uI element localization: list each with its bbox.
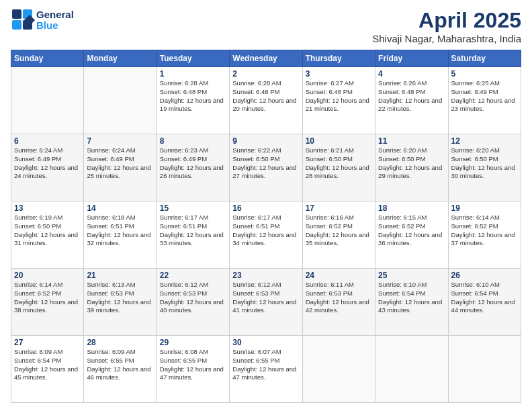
- calendar-cell: 16Sunrise: 6:17 AMSunset: 6:51 PMDayligh…: [230, 201, 302, 269]
- day-header-tuesday: Tuesday: [157, 50, 229, 67]
- day-number: 21: [87, 271, 153, 280]
- day-number: 13: [14, 203, 81, 213]
- calendar-cell: 26Sunrise: 6:10 AMSunset: 6:54 PMDayligh…: [448, 269, 521, 336]
- cell-info: Sunrise: 6:14 AMSunset: 6:52 PMDaylight:…: [14, 281, 81, 315]
- cell-info: Sunrise: 6:15 AMSunset: 6:52 PMDaylight:…: [378, 214, 445, 248]
- calendar-cell: 25Sunrise: 6:10 AMSunset: 6:54 PMDayligh…: [375, 269, 448, 336]
- day-number: 29: [160, 338, 226, 347]
- calendar-week-row: 27Sunrise: 6:09 AMSunset: 6:54 PMDayligh…: [11, 336, 521, 403]
- calendar-cell: 7Sunrise: 6:24 AMSunset: 6:49 PMDaylight…: [84, 134, 157, 201]
- calendar-cell: 23Sunrise: 6:12 AMSunset: 6:53 PMDayligh…: [230, 269, 302, 336]
- day-number: 4: [378, 69, 445, 79]
- calendar-cell: 6Sunrise: 6:24 AMSunset: 6:49 PMDaylight…: [11, 134, 84, 201]
- calendar-cell: [375, 336, 448, 403]
- day-number: 23: [232, 271, 299, 280]
- cell-info: Sunrise: 6:10 AMSunset: 6:54 PMDaylight:…: [378, 281, 445, 315]
- calendar-cell: 1Sunrise: 6:28 AMSunset: 6:48 PMDaylight…: [157, 67, 229, 134]
- day-number: 28: [87, 338, 153, 347]
- day-number: 7: [87, 136, 153, 146]
- logo-line1: General: [36, 9, 74, 21]
- calendar-cell: 21Sunrise: 6:13 AMSunset: 6:53 PMDayligh…: [84, 269, 157, 336]
- calendar-cell: 22Sunrise: 6:12 AMSunset: 6:53 PMDayligh…: [157, 269, 229, 336]
- day-number: 19: [451, 203, 518, 213]
- day-number: 18: [378, 203, 445, 213]
- calendar-cell: 24Sunrise: 6:11 AMSunset: 6:53 PMDayligh…: [302, 269, 375, 336]
- calendar-cell: 28Sunrise: 6:09 AMSunset: 6:55 PMDayligh…: [84, 336, 157, 403]
- calendar-header-row: SundayMondayTuesdayWednesdayThursdayFrid…: [11, 50, 521, 67]
- calendar-table: SundayMondayTuesdayWednesdayThursdayFrid…: [11, 50, 521, 403]
- day-number: 9: [232, 136, 299, 146]
- day-number: 11: [378, 136, 445, 146]
- page: General Blue April 2025 Shivaji Nagar, M…: [0, 0, 532, 411]
- cell-info: Sunrise: 6:24 AMSunset: 6:49 PMDaylight:…: [14, 146, 81, 181]
- calendar-cell: 18Sunrise: 6:15 AMSunset: 6:52 PMDayligh…: [375, 201, 448, 269]
- day-number: 3: [306, 69, 372, 79]
- day-number: 12: [451, 136, 518, 146]
- cell-info: Sunrise: 6:20 AMSunset: 6:50 PMDaylight:…: [378, 146, 445, 181]
- day-number: 2: [232, 69, 299, 79]
- calendar-cell: 8Sunrise: 6:23 AMSunset: 6:49 PMDaylight…: [157, 134, 229, 201]
- cell-info: Sunrise: 6:23 AMSunset: 6:49 PMDaylight:…: [160, 146, 226, 181]
- day-number: 24: [306, 271, 372, 280]
- cell-info: Sunrise: 6:27 AMSunset: 6:48 PMDaylight:…: [306, 79, 372, 113]
- day-number: 26: [451, 271, 518, 280]
- calendar-cell: [302, 336, 375, 403]
- cell-info: Sunrise: 6:18 AMSunset: 6:51 PMDaylight:…: [87, 214, 153, 248]
- calendar-cell: 3Sunrise: 6:27 AMSunset: 6:48 PMDaylight…: [302, 67, 375, 134]
- day-number: 10: [306, 136, 372, 146]
- cell-info: Sunrise: 6:16 AMSunset: 6:52 PMDaylight:…: [306, 214, 372, 248]
- calendar-cell: 12Sunrise: 6:20 AMSunset: 6:50 PMDayligh…: [448, 134, 521, 201]
- day-header-thursday: Thursday: [302, 50, 375, 67]
- day-number: 27: [14, 338, 81, 347]
- calendar-cell: [84, 67, 157, 134]
- calendar-cell: 30Sunrise: 6:07 AMSunset: 6:55 PMDayligh…: [230, 336, 302, 403]
- main-title: April 2025: [372, 8, 521, 33]
- day-header-friday: Friday: [375, 50, 448, 67]
- calendar-cell: 4Sunrise: 6:26 AMSunset: 6:48 PMDaylight…: [375, 67, 448, 134]
- calendar-cell: 11Sunrise: 6:20 AMSunset: 6:50 PMDayligh…: [375, 134, 448, 201]
- calendar-week-row: 1Sunrise: 6:28 AMSunset: 6:48 PMDaylight…: [11, 67, 521, 134]
- day-number: 1: [160, 69, 226, 79]
- logo-icon: [11, 8, 35, 32]
- day-number: 17: [306, 203, 372, 213]
- cell-info: Sunrise: 6:09 AMSunset: 6:54 PMDaylight:…: [14, 348, 81, 382]
- subtitle: Shivaji Nagar, Maharashtra, India: [372, 33, 521, 44]
- day-number: 8: [160, 136, 226, 146]
- cell-info: Sunrise: 6:28 AMSunset: 6:48 PMDaylight:…: [232, 79, 299, 113]
- cell-info: Sunrise: 6:08 AMSunset: 6:55 PMDaylight:…: [160, 348, 226, 382]
- cell-info: Sunrise: 6:10 AMSunset: 6:54 PMDaylight:…: [451, 281, 518, 315]
- day-number: 14: [87, 203, 153, 213]
- day-number: 25: [378, 271, 445, 280]
- calendar-cell: [448, 336, 521, 403]
- svg-rect-0: [12, 9, 21, 19]
- cell-info: Sunrise: 6:21 AMSunset: 6:50 PMDaylight:…: [306, 146, 372, 181]
- cell-info: Sunrise: 6:07 AMSunset: 6:55 PMDaylight:…: [232, 348, 299, 382]
- calendar-week-row: 20Sunrise: 6:14 AMSunset: 6:52 PMDayligh…: [11, 269, 521, 336]
- header: General Blue April 2025 Shivaji Nagar, M…: [11, 8, 521, 44]
- calendar-cell: 10Sunrise: 6:21 AMSunset: 6:50 PMDayligh…: [302, 134, 375, 201]
- calendar-cell: 17Sunrise: 6:16 AMSunset: 6:52 PMDayligh…: [302, 201, 375, 269]
- calendar-cell: 27Sunrise: 6:09 AMSunset: 6:54 PMDayligh…: [11, 336, 84, 403]
- cell-info: Sunrise: 6:12 AMSunset: 6:53 PMDaylight:…: [232, 281, 299, 315]
- cell-info: Sunrise: 6:26 AMSunset: 6:48 PMDaylight:…: [378, 79, 445, 113]
- day-number: 15: [160, 203, 226, 213]
- day-number: 5: [451, 69, 518, 79]
- cell-info: Sunrise: 6:22 AMSunset: 6:50 PMDaylight:…: [232, 146, 299, 181]
- calendar-cell: 29Sunrise: 6:08 AMSunset: 6:55 PMDayligh…: [157, 336, 229, 403]
- day-number: 16: [232, 203, 299, 213]
- logo: General Blue: [11, 8, 74, 32]
- logo-line2: Blue: [36, 20, 74, 32]
- calendar-cell: 15Sunrise: 6:17 AMSunset: 6:51 PMDayligh…: [157, 201, 229, 269]
- cell-info: Sunrise: 6:24 AMSunset: 6:49 PMDaylight:…: [87, 146, 153, 181]
- cell-info: Sunrise: 6:17 AMSunset: 6:51 PMDaylight:…: [232, 214, 299, 248]
- day-number: 6: [14, 136, 81, 146]
- day-number: 30: [232, 338, 299, 347]
- cell-info: Sunrise: 6:11 AMSunset: 6:53 PMDaylight:…: [306, 281, 372, 315]
- calendar-cell: 13Sunrise: 6:19 AMSunset: 6:50 PMDayligh…: [11, 201, 84, 269]
- day-header-monday: Monday: [84, 50, 157, 67]
- day-header-wednesday: Wednesday: [230, 50, 302, 67]
- cell-info: Sunrise: 6:14 AMSunset: 6:52 PMDaylight:…: [451, 214, 518, 248]
- cell-info: Sunrise: 6:17 AMSunset: 6:51 PMDaylight:…: [160, 214, 226, 248]
- calendar-cell: [11, 67, 84, 134]
- calendar-cell: 9Sunrise: 6:22 AMSunset: 6:50 PMDaylight…: [230, 134, 302, 201]
